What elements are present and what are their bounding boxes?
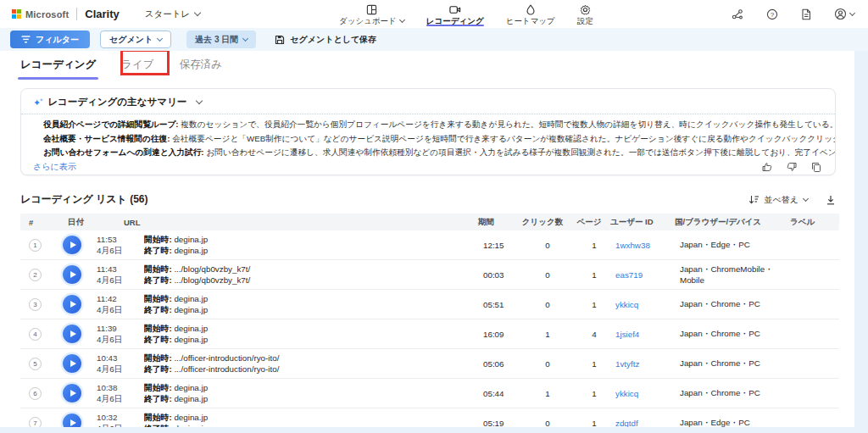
end-url: degina.jp <box>174 305 208 314</box>
chevron-down-icon <box>849 9 855 15</box>
user-id-link[interactable]: 1vtyftz <box>615 359 680 369</box>
nav-settings[interactable]: 設定 <box>577 2 593 27</box>
chevron-down-icon <box>196 97 203 104</box>
start-url: .../blog/qb0vzby_k7t/ <box>174 264 250 274</box>
filter-button[interactable]: フィルター <box>10 31 90 48</box>
end-label: 終了時: <box>144 246 172 255</box>
row-device: Japan・Chrome・PC <box>680 329 795 340</box>
chevron-down-icon <box>399 17 405 23</box>
row-clicks: 0 <box>522 270 573 280</box>
table-row[interactable]: 6 10:384月6日 開始時: degina.jp終了時: degina.jp… <box>20 379 839 408</box>
share-button[interactable] <box>732 8 743 20</box>
row-pages: 4 <box>573 330 615 339</box>
nav-dashboard[interactable]: ダッシュボード <box>339 2 404 27</box>
table-row[interactable]: 3 11:424月6日 開始時: degina.jp終了時: degina.jp… <box>20 290 839 319</box>
nav-recordings[interactable]: レコーディング <box>426 2 484 27</box>
play-button[interactable] <box>63 325 81 343</box>
thumbs-down-button[interactable] <box>787 162 797 172</box>
table-row[interactable]: 1 11:534月6日 開始時: degina.jp終了時: degina.jp… <box>20 230 839 260</box>
chevron-down-icon <box>194 9 201 16</box>
col-url: URL <box>124 218 478 227</box>
play-button[interactable] <box>63 384 81 402</box>
play-button[interactable] <box>63 236 81 254</box>
copy-button[interactable] <box>811 162 821 172</box>
user-id-link[interactable]: 1wxhw38 <box>615 241 680 250</box>
summary-card-header[interactable]: ✦ レコーディングの主なサマリー <box>21 89 835 114</box>
row-clicks: 0 <box>522 241 573 250</box>
tab-live[interactable]: ライブ <box>121 53 153 80</box>
play-button[interactable] <box>63 265 81 284</box>
bullet-text: 会社概要ページと「WEB制作について」などのサービス説明ページを短時間で行き来す… <box>172 134 835 143</box>
row-time: 11:53 <box>97 235 117 244</box>
end-label: 終了時: <box>144 364 172 374</box>
project-name: スタートレ <box>145 8 190 20</box>
sort-dropdown[interactable]: 並べ替え <box>748 194 808 206</box>
user-id-link[interactable]: zdqtdf <box>615 419 680 428</box>
date-range-dropdown[interactable]: 過去 3 日間 <box>186 31 256 48</box>
row-clicks: 0 <box>522 300 573 309</box>
scroll-gutter-bottom[interactable] <box>0 427 868 433</box>
end-url: .../officer-introduction/ryo-ito/ <box>174 364 279 374</box>
docs-button[interactable] <box>801 8 811 20</box>
save-as-segment-label: セグメントとして保存 <box>290 34 376 46</box>
segment-dropdown[interactable]: セグメント <box>100 31 171 48</box>
date-range-label: 過去 3 日間 <box>195 34 238 46</box>
user-id-link[interactable]: eas719 <box>615 270 680 280</box>
row-number-badge: 1 <box>29 239 42 252</box>
play-button[interactable] <box>63 295 81 314</box>
start-url: degina.jp <box>174 324 208 333</box>
bullet-text: 複数のセッションで、役員紹介一覧から個別プロフィールページを行き来する動きが見ら… <box>181 119 835 129</box>
row-pages: 1 <box>573 389 615 398</box>
row-device: Japan・Chrome・PC <box>680 358 795 369</box>
save-icon <box>275 35 285 45</box>
recordings-icon <box>449 4 461 15</box>
table-row[interactable]: 2 11:434月6日 開始時: .../blog/qb0vzby_k7t/終了… <box>20 260 839 290</box>
row-number-badge: 4 <box>29 328 42 341</box>
row-pages: 1 <box>573 300 615 309</box>
col-user: ユーザー ID <box>610 217 675 228</box>
nav-heatmaps[interactable]: ヒートマップ <box>506 2 555 27</box>
filter-icon <box>21 36 31 43</box>
nav-dashboard-label: ダッシュボード <box>339 16 397 27</box>
user-id-link[interactable]: ykkicq <box>615 389 680 398</box>
download-icon <box>826 195 836 205</box>
play-button[interactable] <box>63 354 81 373</box>
recordings-list-header: レコーディング リスト (56) 並べ替え <box>20 192 836 207</box>
start-url: degina.jp <box>174 235 208 244</box>
account-menu[interactable] <box>834 8 854 20</box>
scroll-gutter-right[interactable] <box>854 51 868 433</box>
help-button[interactable]: ? <box>766 8 778 20</box>
chevron-down-icon <box>242 35 248 41</box>
save-as-segment-button[interactable]: セグメントとして保存 <box>275 34 376 46</box>
thumbs-up-button[interactable] <box>762 162 772 172</box>
end-url: .../blog/qb0vzby_k7t/ <box>174 275 250 285</box>
start-label: 開始時: <box>144 353 172 363</box>
download-button[interactable] <box>826 195 836 205</box>
show-more-link[interactable]: さらに表示 <box>33 161 76 173</box>
dashboard-icon <box>366 4 377 15</box>
table-row[interactable]: 4 11:394月6日 開始時: degina.jp終了時: degina.jp… <box>20 319 839 349</box>
col-device: 国/ブラウザー/デバイス <box>675 217 790 228</box>
user-id-link[interactable]: 1jsief4 <box>615 330 680 339</box>
row-number-badge: 3 <box>29 298 42 311</box>
row-number-badge: 6 <box>29 387 42 400</box>
table-row[interactable]: 5 10:434月6日 開始時: .../officer-introductio… <box>20 349 839 379</box>
project-selector[interactable]: スタートレ <box>145 8 200 20</box>
col-date: 日付 <box>68 217 124 228</box>
row-date: 4月6日 <box>97 275 123 285</box>
row-number-badge: 2 <box>29 269 42 281</box>
tab-saved[interactable]: 保存済み <box>180 53 222 80</box>
summary-bullet: 会社概要・サービス情報間の往復: 会社概要ページと「WEB制作について」などのサ… <box>43 132 835 147</box>
end-label: 終了時: <box>144 275 172 285</box>
user-id-link[interactable]: ykkicq <box>615 300 680 309</box>
row-date: 4月6日 <box>97 246 123 255</box>
col-clicks: クリック数 <box>517 217 568 228</box>
row-date: 4月6日 <box>97 305 123 314</box>
document-icon <box>801 8 811 20</box>
tab-recordings[interactable]: レコーディング <box>20 53 96 80</box>
bullet-heading: 会社概要・サービス情報間の往復: <box>43 134 170 143</box>
row-duration: 05:06 <box>483 359 522 369</box>
row-time: 10:32 <box>97 413 118 422</box>
nav-heatmaps-label: ヒートマップ <box>506 16 555 27</box>
chevron-down-icon <box>157 35 163 41</box>
